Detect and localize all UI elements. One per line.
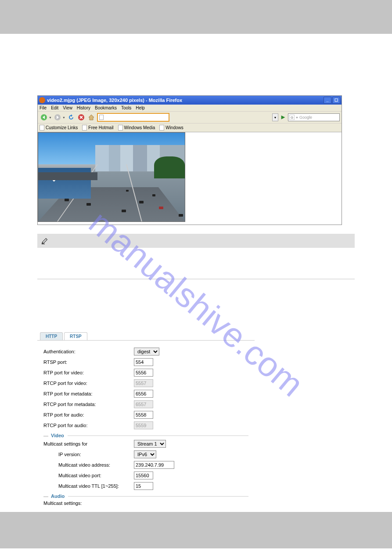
bookmark-label: Customize Links [46,125,78,130]
forward-dropdown[interactable]: ▼ [62,116,65,119]
go-button[interactable] [280,114,287,121]
ipver-select[interactable]: IPv6 [134,450,156,458]
settings-body: Authentication: digest RTSP port: RTP po… [37,341,255,512]
bookmark-icon [118,125,123,131]
bookmark-windows-media[interactable]: Windows Media [118,125,155,131]
mvaddr-input[interactable] [134,461,174,469]
auth-select[interactable]: digest [134,348,159,355]
nav-toolbar: ▼ ▼ ▼ [38,112,342,123]
audio-section-header: — Audio [43,493,248,499]
mvttl-label: Multicast video TTL [1~255]: [43,483,134,489]
menu-bar: File Edit View History Bookmarks Tools H… [38,105,342,112]
bookmark-windows[interactable]: Windows [159,125,183,131]
search-box[interactable]: G ▼ Google [288,113,340,121]
mcast-for-select[interactable]: Stream 1 [134,440,166,448]
bookmark-icon [159,125,164,131]
mcast-for-label: Multicast settings for [43,441,134,446]
tab-rtsp[interactable]: RTSP [64,332,87,340]
bookmark-label: Free Hotmail [88,125,113,130]
search-engine-icon: G [289,115,295,120]
window-controls: _ ☐ [324,97,340,104]
menu-bookmarks[interactable]: Bookmarks [95,105,117,110]
url-dropdown[interactable]: ▼ [272,113,278,121]
rtcp-meta-input [134,400,153,408]
rtcp-audio-label: RTCP port for audio: [43,423,134,428]
bookmark-icon [82,125,87,131]
audio-section-title: Audio [51,493,65,499]
rtp-video-label: RTP port for video: [43,370,134,375]
ipver-label: IP version: [43,452,134,457]
audio-mcast-label: Multicast settings: [43,501,134,506]
firefox-icon [39,97,45,103]
auth-label: Authentication: [43,349,134,354]
back-dropdown[interactable]: ▼ [49,116,52,119]
browser-window: video2.mjpg (JPEG Image, 320x240 pixels)… [37,95,342,225]
window-title: video2.mjpg (JPEG Image, 320x240 pixels)… [47,98,324,103]
page-icon [99,115,104,120]
rtp-video-input[interactable] [134,369,153,377]
mvaddr-label: Multicast video address: [43,462,134,468]
pencil-icon [41,237,49,245]
top-grey-band [0,0,392,34]
mvport-input[interactable] [134,472,153,479]
menu-history[interactable]: History [77,105,90,110]
menu-tools[interactable]: Tools [121,105,131,110]
menu-view[interactable]: View [63,105,72,110]
bottom-grey-band [0,512,392,548]
mvttl-input[interactable] [134,482,153,490]
bookmark-free-hotmail[interactable]: Free Hotmail [82,125,113,131]
rtp-meta-input[interactable] [134,390,153,398]
video-section-title: Video [51,433,64,438]
rtcp-video-input [134,379,153,387]
rtsp-port-input[interactable] [134,358,153,366]
tab-bar: HTTP RTSP [40,332,255,340]
bookmark-label: Windows Media [124,125,155,130]
reload-button[interactable] [67,113,76,122]
menu-file[interactable]: File [40,105,47,110]
settings-panel: HTTP RTSP Authentication: digest RTSP po… [37,332,255,512]
rtp-audio-input[interactable] [134,411,153,419]
maximize-button[interactable]: ☐ [332,97,340,104]
camera-image [38,132,185,222]
bookmark-customize-links[interactable]: Customize Links [40,125,78,131]
tab-http[interactable]: HTTP [40,332,63,340]
video-section-header: — Video [43,433,248,438]
rtp-meta-label: RTP port for metadata: [43,391,134,396]
home-button[interactable] [87,113,96,122]
menu-help[interactable]: Help [136,105,145,110]
rtcp-meta-label: RTCP port for metadata: [43,402,134,407]
divider-line [37,279,355,279]
search-placeholder: Google [299,115,312,120]
mvport-label: Multicast video port: [43,473,134,478]
back-button[interactable] [40,113,48,122]
url-bar[interactable] [97,113,169,122]
forward-button[interactable] [53,113,62,122]
rtsp-port-label: RTSP port: [43,359,134,365]
rtcp-video-label: RTCP port for video: [43,381,134,386]
rtp-audio-label: RTP port for audio: [43,412,134,417]
window-titlebar[interactable]: video2.mjpg (JPEG Image, 320x240 pixels)… [38,96,342,105]
bookmark-icon [40,125,44,131]
search-dropdown-icon[interactable]: ▼ [295,116,298,119]
browser-viewport [38,132,342,225]
minimize-button[interactable]: _ [324,97,331,104]
rtcp-audio-input [134,421,153,429]
bookmarks-toolbar: Customize Links Free Hotmail Windows Med… [38,123,342,132]
note-bar [37,234,355,248]
bookmark-label: Windows [165,125,183,130]
menu-edit[interactable]: Edit [51,105,58,110]
stop-button[interactable] [77,113,86,122]
